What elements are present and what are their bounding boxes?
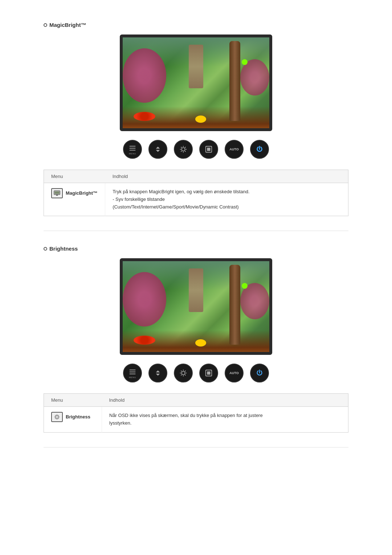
svg-marker-4 (156, 150, 160, 152)
source-button[interactable] (199, 140, 218, 159)
brightness-content-cell: Når OSD ikke vises på skærmen, skal du t… (102, 407, 348, 433)
control-buttons-1: MENU (44, 140, 348, 159)
magicbright-table: Menu Indhold MagicBright™ (44, 170, 348, 216)
brightness-content-line1: Når OSD ikke vises på skærmen, skal du t… (109, 413, 263, 418)
brightness-menu-cell: Brightness (44, 407, 102, 433)
svg-point-24 (181, 372, 185, 375)
svg-line-13 (181, 151, 181, 151)
brightness-col1-header: Menu (44, 394, 102, 407)
section-divider-1 (44, 231, 348, 231)
svg-rect-0 (130, 146, 136, 146)
svg-line-31 (185, 371, 185, 372)
monitor-frame-2 (120, 258, 272, 355)
table-row: MagicBright™ Tryk på knappen MagicBright… (44, 183, 348, 216)
svg-marker-22 (156, 370, 160, 372)
navigate-icon (154, 145, 162, 153)
magicbright-button[interactable] (174, 140, 193, 159)
svg-rect-18 (56, 195, 58, 196)
magicbright-menu-label: MagicBright™ (66, 190, 98, 197)
monitor-frame-1 (120, 35, 272, 131)
brightness-table: Menu Indhold (44, 393, 348, 433)
table-col1-header: Menu (44, 170, 105, 183)
menu-cell: MagicBright™ (44, 183, 105, 216)
auto-label: AUTO (229, 147, 238, 151)
svg-line-11 (185, 151, 185, 151)
svg-line-41 (58, 418, 59, 419)
power-icon (256, 145, 264, 153)
auto-label-2: AUTO (229, 371, 238, 375)
brightness-menu-icon (51, 412, 63, 422)
svg-line-29 (181, 371, 181, 372)
brightness-button[interactable] (174, 364, 193, 382)
content-line2: - Syv forskellige tilstande (113, 197, 165, 202)
navigate-button[interactable] (148, 140, 167, 159)
content-line3: (Custom/Text/Internet/Game/Sport/Movie/D… (113, 204, 239, 210)
source-button-2[interactable] (199, 364, 218, 382)
menu-btn-label-2: MENU (129, 376, 136, 378)
table-col2-header: Indhold (105, 170, 348, 183)
svg-line-42 (58, 415, 59, 416)
content-cell: Tryk på knappen MagicBright igen, og væl… (105, 183, 348, 216)
monitor-screen-2 (123, 261, 269, 352)
bullet-icon-2 (44, 247, 47, 251)
svg-line-32 (181, 375, 181, 376)
magicbright-title: MagicBright™ (49, 22, 86, 28)
source-icon-2 (205, 369, 213, 377)
svg-marker-23 (156, 374, 160, 376)
brightness-heading: Brightness (44, 246, 348, 252)
svg-point-5 (181, 147, 185, 151)
brightness-icon (179, 369, 187, 377)
menu-icon (128, 144, 136, 152)
magicbright-menu-icon (51, 188, 63, 198)
auto-button-2[interactable]: AUTO (225, 364, 244, 382)
svg-rect-34 (207, 372, 210, 375)
section-divider-2 (44, 447, 348, 447)
table-row: Brightness Når OSD ikke vises på skærmen… (44, 407, 348, 433)
svg-rect-21 (130, 373, 136, 374)
power-button[interactable] (250, 140, 269, 159)
svg-rect-15 (207, 147, 210, 151)
navigate-button-2[interactable] (148, 364, 167, 382)
auto-button[interactable]: AUTO (225, 140, 244, 159)
brightness-content-line2: lysstyrken. (109, 420, 131, 426)
bullet-icon (44, 23, 47, 27)
magicbright-section: MagicBright™ MENU (44, 22, 348, 216)
source-icon (205, 145, 213, 153)
svg-rect-19 (130, 369, 136, 370)
svg-rect-20 (130, 372, 136, 372)
brightness-title: Brightness (49, 246, 78, 252)
svg-line-30 (185, 375, 185, 376)
menu-icon-2 (128, 368, 136, 376)
magicbright-icon (179, 145, 187, 153)
brightness-col2-header: Indhold (102, 394, 348, 407)
power-button-2[interactable] (250, 364, 269, 382)
menu-btn-label: MENU (129, 153, 136, 155)
brightness-menu-label: Brightness (66, 413, 90, 421)
svg-line-43 (55, 418, 56, 419)
svg-rect-17 (54, 191, 60, 194)
control-buttons-2: MENU (44, 364, 348, 382)
svg-marker-3 (156, 147, 160, 149)
navigate-icon-2 (154, 369, 162, 377)
svg-line-12 (185, 147, 185, 147)
svg-rect-2 (130, 150, 136, 150)
svg-line-40 (55, 415, 56, 416)
svg-line-10 (181, 147, 181, 147)
magicbright-heading: MagicBright™ (44, 22, 348, 28)
content-line1: Tryk på knappen MagicBright igen, og væl… (113, 189, 249, 194)
power-icon-2 (256, 369, 264, 377)
svg-rect-1 (130, 148, 136, 149)
menu-button-2[interactable]: MENU (123, 364, 142, 382)
menu-button[interactable]: MENU (123, 140, 142, 159)
monitor-screen-1 (123, 37, 269, 128)
brightness-section: Brightness MENU (44, 246, 348, 433)
svg-point-35 (56, 416, 58, 419)
